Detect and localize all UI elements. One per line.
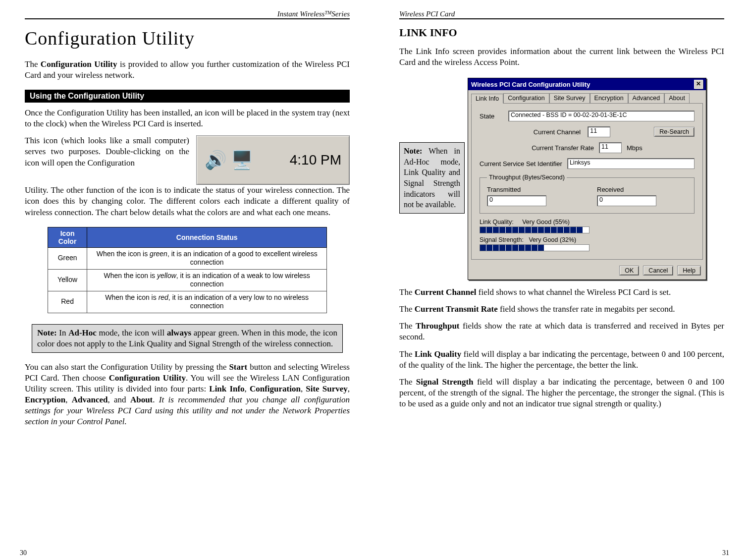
ok-button[interactable]: OK: [619, 266, 639, 276]
p-current-rate: The Current Transmit Rate field shows th…: [399, 304, 724, 315]
cell: When the icon is red, it is an indicatio…: [87, 291, 327, 313]
th-status: Connection Status: [87, 227, 327, 247]
systray-screenshot: 🔊🖥️ 4:10 PM: [196, 135, 350, 185]
page-title: Configuration Utility: [25, 27, 350, 49]
note-adhoc-indicators: Note: When in Ad-Hoc mode, Link Quality …: [399, 142, 465, 214]
page-number: 30: [20, 549, 27, 557]
tab-encryption[interactable]: Encryption: [590, 93, 628, 103]
section-heading: Using the Configuration Utility: [25, 90, 350, 103]
para-start-utility: You can also start the Configuration Uti…: [25, 362, 350, 428]
cell: When the icon is green, it is an indicat…: [87, 247, 327, 269]
rule: [25, 18, 350, 19]
ss-text: Very Good (32%): [529, 236, 576, 243]
page-right: Wireless PCI Card LINK INFO The Link Inf…: [374, 0, 749, 560]
rule: [399, 18, 724, 19]
rate-field[interactable]: 11: [599, 142, 622, 153]
dialog-title: Wireless PCI Card Configuration Utility: [471, 81, 590, 88]
page-left: Instant WirelessTM Series Configuration …: [0, 0, 374, 560]
tray-icons: 🔊🖥️: [205, 150, 257, 170]
close-icon[interactable]: ✕: [694, 80, 703, 89]
rescan-button[interactable]: Re-Search: [654, 127, 695, 137]
tab-strip: Link Info Configuration Site Survey Encr…: [468, 90, 706, 103]
page-number: 31: [722, 549, 729, 557]
running-head-tail: Series: [331, 10, 350, 18]
tab-advanced[interactable]: Advanced: [628, 93, 665, 103]
para-systray: Once the Configuration Utility has been …: [25, 108, 350, 129]
tx-label: Transmitted: [487, 186, 577, 193]
lq-text: Very Good (55%): [522, 219, 570, 225]
signal-strength-row: Signal Strength: Very Good (32%): [480, 236, 695, 251]
table-row: Red When the icon is red, it is an indic…: [48, 291, 326, 313]
cell: When the icon is yellow, it is an indica…: [87, 269, 327, 291]
running-head-right: Wireless PCI Card: [399, 10, 724, 18]
running-head-text: Instant Wireless: [277, 10, 325, 18]
channel-label: Current Channel: [534, 128, 581, 136]
tm: TM: [324, 10, 331, 18]
tab-about[interactable]: About: [664, 93, 690, 103]
dialog-row: Note: When in Ad-Hoc mode, Link Quality …: [399, 78, 724, 280]
tab-site-survey[interactable]: Site Survey: [549, 93, 590, 103]
tab-panel: State Connected - BSS ID = 00-02-20-01-3…: [471, 103, 703, 260]
intro-paragraph: The Configuration Utility is provided to…: [25, 59, 350, 81]
ssid-field[interactable]: Linksys: [567, 158, 695, 169]
p-throughput: The Throughput fields show the rate at w…: [399, 321, 724, 342]
th-color: Icon Color: [48, 227, 87, 247]
table-row: Yellow When the icon is yellow, it is an…: [48, 269, 326, 291]
rx-field[interactable]: 0: [597, 195, 656, 206]
lq-bar: [480, 226, 589, 233]
throughput-legend: Throughput (Bytes/Second): [487, 174, 567, 181]
ss-label: Signal Strength:: [480, 236, 524, 243]
ss-bar: [480, 244, 589, 251]
tray-clock: 4:10 PM: [290, 152, 341, 168]
tab-link-info[interactable]: Link Info: [471, 94, 503, 104]
table-row: Green When the icon is green, it is an i…: [48, 247, 326, 269]
note-adhoc: Note: In Ad-Hoc mode, the icon will alwa…: [32, 324, 343, 353]
ssid-label: Current Service Set Identifier: [480, 160, 562, 168]
section-heading-linkinfo: LINK INFO: [399, 26, 724, 39]
running-head-left: Instant WirelessTM Series: [25, 10, 350, 18]
rate-unit: Mbps: [627, 144, 642, 152]
icon-color-table: Icon Color Connection Status Green When …: [48, 227, 327, 313]
cancel-button[interactable]: Cancel: [643, 266, 673, 276]
channel-field[interactable]: 11: [588, 126, 610, 137]
running-head-text: Wireless PCI Card: [399, 10, 455, 18]
p-current-channel: The Current Channel field shows to what …: [399, 287, 724, 298]
para-colors: Utility. The other function of the icon …: [25, 185, 350, 218]
icon-explain-row: This icon (which looks like a small comp…: [25, 135, 350, 185]
wrap-text: This icon (which looks like a small comp…: [25, 135, 189, 168]
linkinfo-intro: The Link Info screen provides informatio…: [399, 46, 724, 68]
help-button[interactable]: Help: [677, 266, 701, 276]
rx-label: Received: [597, 186, 687, 193]
state-field[interactable]: Connected - BSS ID = 00-02-20-01-3E-1C: [508, 111, 695, 121]
p-link-quality: The Link Quality field will display a ba…: [399, 349, 724, 371]
link-quality-row: Link Quality: Very Good (55%): [480, 219, 695, 233]
config-utility-dialog: Wireless PCI Card Configuration Utility …: [468, 78, 706, 280]
tx-field[interactable]: 0: [487, 195, 546, 206]
rate-label: Current Transfer Rate: [532, 144, 594, 152]
lq-label: Link Quality:: [480, 219, 514, 225]
p-signal-strength: The Signal Strength field will display a…: [399, 377, 724, 409]
state-label: State: [480, 112, 504, 120]
dialog-buttons: OK Cancel Help: [468, 263, 706, 280]
dialog-titlebar[interactable]: Wireless PCI Card Configuration Utility …: [468, 78, 706, 90]
tab-configuration[interactable]: Configuration: [503, 93, 549, 103]
throughput-group: Throughput (Bytes/Second) Transmitted 0 …: [480, 174, 695, 214]
